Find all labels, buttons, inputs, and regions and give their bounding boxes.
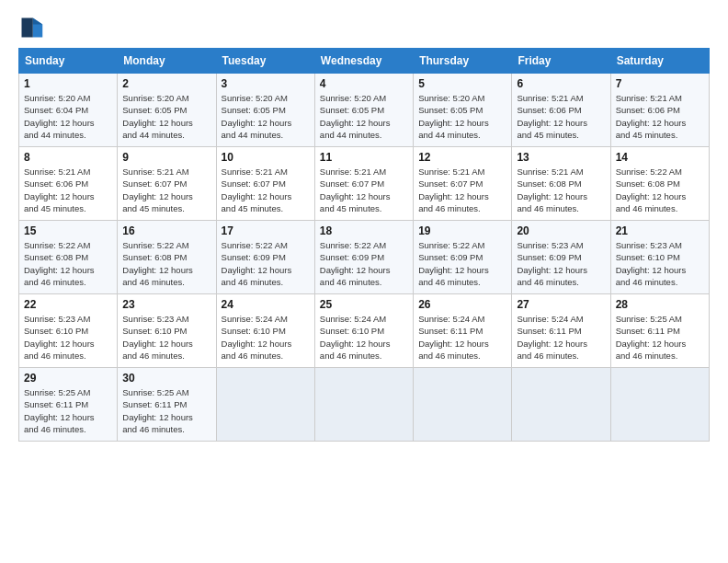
day-details: Sunrise: 5:20 AMSunset: 6:05 PMDaylight:…	[418, 92, 506, 141]
calendar-cell: 25 Sunrise: 5:24 AMSunset: 6:10 PMDaylig…	[314, 294, 413, 368]
day-number: 30	[122, 372, 210, 385]
calendar-cell: 30 Sunrise: 5:25 AMSunset: 6:11 PMDaylig…	[118, 368, 216, 442]
day-details: Sunrise: 5:25 AMSunset: 6:11 PMDaylight:…	[122, 386, 210, 435]
day-number: 13	[517, 151, 605, 164]
day-number: 18	[320, 224, 408, 237]
day-number: 22	[24, 298, 112, 311]
calendar-cell: 2 Sunrise: 5:20 AMSunset: 6:05 PMDayligh…	[118, 74, 216, 147]
calendar-cell: 21 Sunrise: 5:23 AMSunset: 6:10 PMDaylig…	[610, 221, 709, 294]
day-details: Sunrise: 5:23 AMSunset: 6:09 PMDaylight:…	[517, 239, 605, 288]
day-details: Sunrise: 5:22 AMSunset: 6:09 PMDaylight:…	[418, 239, 506, 288]
header-thursday: Thursday	[414, 49, 512, 74]
day-details: Sunrise: 5:21 AMSunset: 6:07 PMDaylight:…	[122, 166, 210, 214]
day-number: 17	[222, 224, 310, 237]
calendar-cell: 29 Sunrise: 5:25 AMSunset: 6:11 PMDaylig…	[19, 368, 118, 442]
day-details: Sunrise: 5:21 AMSunset: 6:08 PMDaylight:…	[517, 166, 605, 214]
day-number: 26	[418, 298, 506, 311]
logo-icon	[18, 15, 44, 40]
calendar-cell: 1 Sunrise: 5:20 AMSunset: 6:04 PMDayligh…	[19, 74, 118, 147]
calendar-cell: 12 Sunrise: 5:21 AMSunset: 6:07 PMDaylig…	[414, 147, 512, 221]
day-number: 20	[517, 224, 605, 237]
day-details: Sunrise: 5:22 AMSunset: 6:08 PMDaylight:…	[122, 239, 210, 288]
calendar-cell: 13 Sunrise: 5:21 AMSunset: 6:08 PMDaylig…	[512, 147, 610, 221]
calendar-cell: 4 Sunrise: 5:20 AMSunset: 6:05 PMDayligh…	[314, 74, 413, 147]
calendar-cell: 9 Sunrise: 5:21 AMSunset: 6:07 PMDayligh…	[118, 147, 216, 221]
calendar-cell	[512, 368, 610, 442]
day-details: Sunrise: 5:22 AMSunset: 6:08 PMDaylight:…	[616, 166, 704, 214]
day-details: Sunrise: 5:21 AMSunset: 6:06 PMDaylight:…	[616, 92, 704, 141]
header-friday: Friday	[512, 49, 610, 74]
day-number: 11	[320, 151, 408, 164]
day-details: Sunrise: 5:20 AMSunset: 6:04 PMDaylight:…	[24, 92, 112, 141]
calendar-cell: 8 Sunrise: 5:21 AMSunset: 6:06 PMDayligh…	[19, 147, 118, 221]
calendar-cell: 17 Sunrise: 5:22 AMSunset: 6:09 PMDaylig…	[216, 221, 314, 294]
day-number: 24	[222, 298, 310, 311]
calendar-cell: 19 Sunrise: 5:22 AMSunset: 6:09 PMDaylig…	[414, 221, 512, 294]
day-details: Sunrise: 5:24 AMSunset: 6:10 PMDaylight:…	[222, 313, 310, 362]
day-number: 5	[418, 77, 506, 90]
day-details: Sunrise: 5:23 AMSunset: 6:10 PMDaylight:…	[24, 313, 112, 362]
calendar-cell: 3 Sunrise: 5:20 AMSunset: 6:05 PMDayligh…	[216, 74, 314, 147]
day-details: Sunrise: 5:23 AMSunset: 6:10 PMDaylight:…	[616, 239, 704, 288]
calendar-cell: 6 Sunrise: 5:21 AMSunset: 6:06 PMDayligh…	[512, 74, 610, 147]
header-monday: Monday	[118, 49, 216, 74]
day-details: Sunrise: 5:20 AMSunset: 6:05 PMDaylight:…	[222, 92, 310, 141]
calendar-cell: 24 Sunrise: 5:24 AMSunset: 6:10 PMDaylig…	[216, 294, 314, 368]
day-details: Sunrise: 5:22 AMSunset: 6:09 PMDaylight:…	[222, 239, 310, 288]
day-number: 23	[122, 298, 210, 311]
day-number: 29	[24, 372, 112, 385]
calendar-week-1: 1 Sunrise: 5:20 AMSunset: 6:04 PMDayligh…	[19, 74, 710, 147]
day-details: Sunrise: 5:21 AMSunset: 6:07 PMDaylight:…	[418, 166, 506, 214]
day-details: Sunrise: 5:25 AMSunset: 6:11 PMDaylight:…	[616, 313, 704, 362]
day-number: 7	[616, 77, 704, 90]
svg-marker-1	[33, 18, 43, 25]
day-details: Sunrise: 5:20 AMSunset: 6:05 PMDaylight:…	[122, 92, 210, 141]
calendar-cell: 27 Sunrise: 5:24 AMSunset: 6:11 PMDaylig…	[512, 294, 610, 368]
day-details: Sunrise: 5:25 AMSunset: 6:11 PMDaylight:…	[24, 386, 112, 435]
day-details: Sunrise: 5:21 AMSunset: 6:06 PMDaylight:…	[24, 166, 112, 214]
day-number: 16	[122, 224, 210, 237]
calendar-cell: 11 Sunrise: 5:21 AMSunset: 6:07 PMDaylig…	[314, 147, 413, 221]
calendar-cell: 16 Sunrise: 5:22 AMSunset: 6:08 PMDaylig…	[118, 221, 216, 294]
calendar-cell: 14 Sunrise: 5:22 AMSunset: 6:08 PMDaylig…	[610, 147, 709, 221]
calendar-cell: 18 Sunrise: 5:22 AMSunset: 6:09 PMDaylig…	[314, 221, 413, 294]
day-details: Sunrise: 5:24 AMSunset: 6:11 PMDaylight:…	[418, 313, 506, 362]
page-header	[18, 15, 710, 40]
calendar-week-2: 8 Sunrise: 5:21 AMSunset: 6:06 PMDayligh…	[19, 147, 710, 221]
calendar-week-3: 15 Sunrise: 5:22 AMSunset: 6:08 PMDaylig…	[19, 221, 710, 294]
calendar-cell: 22 Sunrise: 5:23 AMSunset: 6:10 PMDaylig…	[19, 294, 118, 368]
day-details: Sunrise: 5:20 AMSunset: 6:05 PMDaylight:…	[320, 92, 408, 141]
day-number: 27	[517, 298, 605, 311]
calendar-cell: 28 Sunrise: 5:25 AMSunset: 6:11 PMDaylig…	[610, 294, 709, 368]
calendar-cell: 5 Sunrise: 5:20 AMSunset: 6:05 PMDayligh…	[414, 74, 512, 147]
logo	[18, 15, 48, 40]
calendar-cell: 7 Sunrise: 5:21 AMSunset: 6:06 PMDayligh…	[610, 74, 709, 147]
day-number: 14	[616, 151, 704, 164]
day-number: 3	[222, 77, 310, 90]
calendar-cell	[610, 368, 709, 442]
day-number: 1	[24, 77, 112, 90]
calendar-week-5: 29 Sunrise: 5:25 AMSunset: 6:11 PMDaylig…	[19, 368, 710, 442]
calendar-cell: 26 Sunrise: 5:24 AMSunset: 6:11 PMDaylig…	[414, 294, 512, 368]
calendar-cell	[414, 368, 512, 442]
day-number: 12	[418, 151, 506, 164]
calendar-table: SundayMondayTuesdayWednesdayThursdayFrid…	[18, 48, 710, 442]
calendar-header-row: SundayMondayTuesdayWednesdayThursdayFrid…	[19, 49, 710, 74]
day-number: 9	[122, 151, 210, 164]
calendar-cell: 15 Sunrise: 5:22 AMSunset: 6:08 PMDaylig…	[19, 221, 118, 294]
day-details: Sunrise: 5:24 AMSunset: 6:10 PMDaylight:…	[320, 313, 408, 362]
header-tuesday: Tuesday	[216, 49, 314, 74]
day-details: Sunrise: 5:24 AMSunset: 6:11 PMDaylight:…	[517, 313, 605, 362]
calendar-week-4: 22 Sunrise: 5:23 AMSunset: 6:10 PMDaylig…	[19, 294, 710, 368]
day-number: 25	[320, 298, 408, 311]
day-number: 4	[320, 77, 408, 90]
day-details: Sunrise: 5:22 AMSunset: 6:08 PMDaylight:…	[24, 239, 112, 288]
calendar-cell: 20 Sunrise: 5:23 AMSunset: 6:09 PMDaylig…	[512, 221, 610, 294]
day-number: 6	[517, 77, 605, 90]
day-number: 15	[24, 224, 112, 237]
day-details: Sunrise: 5:21 AMSunset: 6:07 PMDaylight:…	[222, 166, 310, 214]
day-details: Sunrise: 5:21 AMSunset: 6:06 PMDaylight:…	[517, 92, 605, 141]
calendar-cell: 23 Sunrise: 5:23 AMSunset: 6:10 PMDaylig…	[118, 294, 216, 368]
day-details: Sunrise: 5:22 AMSunset: 6:09 PMDaylight:…	[320, 239, 408, 288]
calendar-cell: 10 Sunrise: 5:21 AMSunset: 6:07 PMDaylig…	[216, 147, 314, 221]
